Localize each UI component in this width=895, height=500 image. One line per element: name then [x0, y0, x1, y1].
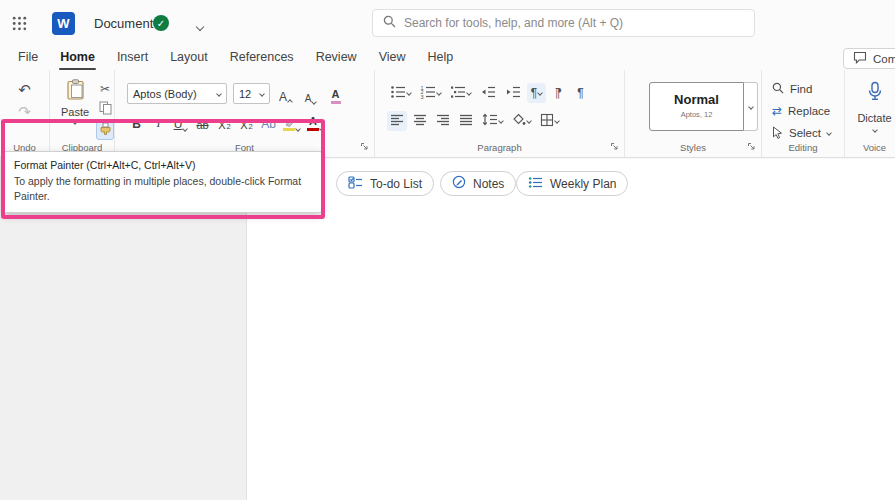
undo-icon: ↶: [18, 82, 31, 97]
paragraph-dialog-launcher[interactable]: [609, 141, 620, 152]
tab-help[interactable]: Help: [417, 47, 465, 70]
comments-button[interactable]: Comments: [843, 48, 895, 69]
borders-icon: [540, 113, 554, 130]
tab-review[interactable]: Review: [305, 47, 368, 70]
text-effects-button[interactable]: Ab: [259, 111, 278, 131]
font-size-combobox[interactable]: 12: [233, 83, 270, 104]
font-name-combobox[interactable]: Aptos (Body): [127, 83, 227, 104]
italic-button[interactable]: I: [149, 111, 168, 131]
select-cursor-icon: [772, 126, 783, 141]
font-color-chevron-icon: [319, 126, 325, 132]
todo-list-chip[interactable]: To-do List: [336, 171, 434, 196]
cut-button[interactable]: ✂: [96, 79, 114, 98]
copy-button[interactable]: [96, 100, 114, 119]
change-case-button[interactable]: A: [326, 84, 345, 104]
font-color-button[interactable]: A: [305, 111, 326, 131]
highlighter-icon: [283, 118, 295, 131]
bullet-list-button[interactable]: [387, 83, 414, 103]
ribbon-tab-row: File Home Insert Layout References Revie…: [0, 47, 895, 70]
grow-font-button[interactable]: A: [276, 84, 295, 104]
tooltip-title: Format Painter (Ctrl+Alt+C, Ctrl+Alt+V): [14, 159, 311, 171]
undo-button[interactable]: ↶: [17, 81, 32, 98]
group-label-voice: Voice: [845, 142, 895, 153]
strikethrough-button[interactable]: ab: [193, 111, 212, 131]
select-button[interactable]: Select: [772, 124, 831, 142]
underline-icon: U: [174, 117, 183, 131]
line-spacing-icon: [482, 113, 498, 129]
find-button[interactable]: Find: [772, 80, 812, 98]
notes-chip[interactable]: Notes: [440, 171, 516, 196]
multilevel-list-button[interactable]: [447, 83, 474, 103]
find-icon: [772, 82, 784, 96]
font-size-value: 12: [239, 88, 251, 100]
multilevel-list-chevron-icon: [466, 90, 472, 96]
document-title[interactable]: Document: [94, 16, 153, 31]
bullet-list-icon: [390, 85, 406, 102]
subscript-button[interactable]: X2: [215, 111, 234, 131]
replace-button[interactable]: ⇄ Replace: [772, 102, 830, 120]
search-input[interactable]: [404, 16, 744, 30]
redo-button[interactable]: ↷: [17, 103, 32, 120]
align-right-button[interactable]: [433, 111, 453, 131]
autosave-status-icon[interactable]: ✓: [153, 15, 169, 31]
right-to-left-paragraph-button[interactable]: ¶: [549, 83, 568, 103]
numbered-list-button[interactable]: 123: [417, 83, 444, 103]
tab-home[interactable]: Home: [49, 47, 106, 70]
search-bar[interactable]: [372, 9, 755, 37]
left-to-right-paragraph-button[interactable]: ¶: [527, 83, 546, 103]
word-logo-icon[interactable]: W: [52, 12, 75, 35]
tab-view[interactable]: View: [368, 47, 417, 70]
title-chevron-down-icon[interactable]: [197, 19, 203, 33]
highlight-color-button[interactable]: [281, 111, 302, 131]
styles-gallery-chevron-button[interactable]: [744, 82, 758, 131]
bullet-list-chevron-icon: [406, 90, 412, 96]
scissors-icon: ✂: [100, 82, 110, 96]
replace-icon: ⇄: [772, 105, 782, 117]
ribbon-group-paragraph: 123 ¶ ¶ ¶ Paragraph: [375, 70, 625, 157]
justify-button[interactable]: [456, 111, 476, 131]
replace-label: Replace: [788, 105, 830, 117]
dictate-label: Dictate: [845, 112, 895, 124]
redo-icon: ↷: [18, 104, 31, 119]
format-painter-button[interactable]: [96, 121, 114, 140]
app-launcher-icon[interactable]: [11, 15, 27, 31]
ribbon-group-undo: ↶ ↷ Undo: [0, 70, 50, 157]
comments-button-label: Comments: [873, 53, 895, 65]
dictate-button[interactable]: [845, 81, 895, 104]
borders-button[interactable]: [537, 111, 562, 131]
superscript-button[interactable]: X2: [237, 111, 256, 131]
underline-chevron-icon: [182, 126, 188, 132]
weekly-plan-chip-label: Weekly Plan: [550, 177, 616, 191]
line-spacing-button[interactable]: [479, 111, 506, 131]
align-left-button[interactable]: [387, 111, 407, 131]
microphone-icon: [867, 81, 883, 104]
style-normal-card[interactable]: Normal Aptos, 12: [649, 82, 744, 131]
font-dialog-launcher[interactable]: [359, 141, 370, 152]
todo-list-chip-label: To-do List: [370, 177, 422, 191]
weekly-plan-chip[interactable]: Weekly Plan: [516, 171, 628, 196]
style-name: Normal: [650, 92, 743, 107]
find-label: Find: [790, 83, 812, 95]
underline-button[interactable]: U: [171, 111, 190, 131]
tab-references[interactable]: References: [219, 47, 305, 70]
multilevel-list-icon: [450, 85, 466, 102]
align-center-button[interactable]: [410, 111, 430, 131]
ribbon-group-voice: Dictate Voice: [845, 70, 895, 157]
show-formatting-marks-button[interactable]: ¶: [571, 83, 590, 103]
tab-file[interactable]: File: [7, 47, 49, 70]
dictate-chevron-icon[interactable]: [845, 128, 895, 132]
styles-chevron-icon: [748, 104, 754, 110]
bold-button[interactable]: B: [127, 111, 146, 131]
grow-font-arrow-icon: [287, 99, 293, 105]
paste-clipboard-icon: [66, 79, 85, 103]
increase-indent-button[interactable]: [502, 83, 524, 103]
shrink-font-button[interactable]: A: [301, 84, 320, 104]
shading-button[interactable]: [509, 111, 534, 131]
styles-dialog-launcher[interactable]: [746, 141, 757, 152]
tab-layout[interactable]: Layout: [159, 47, 219, 70]
paste-button[interactable]: Paste: [57, 79, 93, 141]
style-detail: Aptos, 12: [650, 110, 743, 119]
tab-insert[interactable]: Insert: [106, 47, 159, 70]
decrease-indent-button[interactable]: [477, 83, 499, 103]
ribbon-group-font: Aptos (Body) 12 A A A B I U ab X2 X2 Ab …: [115, 70, 375, 157]
